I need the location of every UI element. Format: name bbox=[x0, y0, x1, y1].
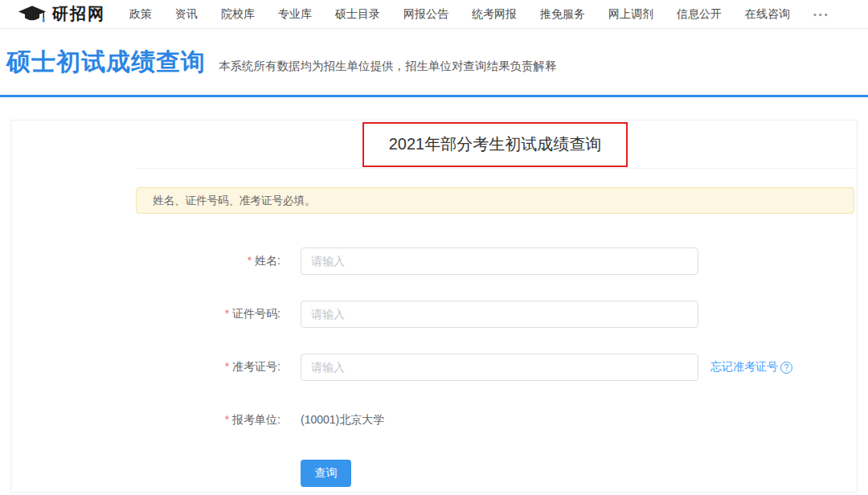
required-mark: * bbox=[225, 360, 229, 373]
top-nav: 研招网 政策 资讯 院校库 专业库 硕士目录 网报公告 统考网报 推免服务 网上… bbox=[0, 0, 868, 29]
nav-menu: 政策 资讯 院校库 专业库 硕士目录 网报公告 统考网报 推免服务 网上调剂 信… bbox=[129, 7, 830, 22]
graduation-cap-icon bbox=[18, 5, 47, 24]
target-university-label: *报考单位: bbox=[136, 413, 301, 428]
nav-item-tongkaowangbao[interactable]: 统考网报 bbox=[472, 7, 517, 22]
query-form: *姓名: *证件号码: *准考证号: 忘记准考证号? *报考单位: (10001… bbox=[136, 248, 857, 487]
form-row-submit: 查询 bbox=[136, 460, 857, 487]
id-number-input[interactable] bbox=[301, 301, 698, 328]
more-menu-icon[interactable]: ••• bbox=[813, 10, 830, 19]
id-number-label: *证件号码: bbox=[136, 307, 301, 321]
nav-item-yuanxiaoku[interactable]: 院校库 bbox=[221, 7, 255, 22]
admission-ticket-label: *准考证号: bbox=[136, 360, 301, 374]
nav-item-wangbaogonggao[interactable]: 网报公告 bbox=[403, 7, 448, 22]
logo-text: 研招网 bbox=[52, 3, 105, 25]
site-logo[interactable]: 研招网 bbox=[18, 3, 105, 25]
admission-ticket-input[interactable] bbox=[301, 354, 698, 381]
nav-item-zhengce[interactable]: 政策 bbox=[129, 7, 152, 22]
forgot-ticket-link[interactable]: 忘记准考证号? bbox=[710, 360, 792, 374]
form-row-id-number: *证件号码: bbox=[136, 301, 857, 328]
query-submit-button[interactable]: 查询 bbox=[301, 460, 351, 487]
page-title: 硕士初试成绩查询 bbox=[6, 46, 206, 79]
panel-header: 2021年部分考生初试成绩查询 bbox=[136, 121, 854, 169]
page-subtitle: 本系统所有数据均为招生单位提供，招生单位对查询结果负责解释 bbox=[219, 51, 557, 74]
nav-item-tuimianfuwu[interactable]: 推免服务 bbox=[540, 7, 585, 22]
nav-item-zixun[interactable]: 资讯 bbox=[175, 7, 198, 22]
notice-banner: 姓名、证件号码、准考证号必填。 bbox=[136, 187, 854, 214]
annotation-red-box: 2021年部分考生初试成绩查询 bbox=[362, 122, 628, 167]
name-label: *姓名: bbox=[136, 254, 301, 268]
required-mark: * bbox=[225, 307, 229, 320]
form-row-admission-ticket: *准考证号: 忘记准考证号? bbox=[136, 354, 857, 381]
required-mark: * bbox=[225, 413, 229, 426]
nav-item-shuoshimulu[interactable]: 硕士目录 bbox=[335, 7, 380, 22]
query-panel: 2021年部分考生初试成绩查询 姓名、证件号码、准考证号必填。 *姓名: *证件… bbox=[10, 120, 858, 493]
panel-title: 2021年部分考生初试成绩查询 bbox=[389, 133, 602, 155]
page-header: 硕士初试成绩查询 本系统所有数据均为招生单位提供，招生单位对查询结果负责解释 bbox=[0, 29, 868, 97]
name-input[interactable] bbox=[301, 248, 698, 275]
nav-item-zaixianzixun[interactable]: 在线咨询 bbox=[745, 7, 790, 22]
nav-item-wangshangtiaoji[interactable]: 网上调剂 bbox=[608, 7, 653, 22]
form-row-target-university: *报考单位: (10001)北京大学 bbox=[136, 407, 857, 434]
help-question-icon[interactable]: ? bbox=[780, 362, 792, 374]
form-row-name: *姓名: bbox=[136, 248, 857, 275]
nav-item-xinxigongkai[interactable]: 信息公开 bbox=[677, 7, 722, 22]
target-university-value: (10001)北京大学 bbox=[301, 413, 384, 428]
nav-item-zhuanyeku[interactable]: 专业库 bbox=[278, 7, 312, 22]
required-mark: * bbox=[248, 254, 252, 267]
